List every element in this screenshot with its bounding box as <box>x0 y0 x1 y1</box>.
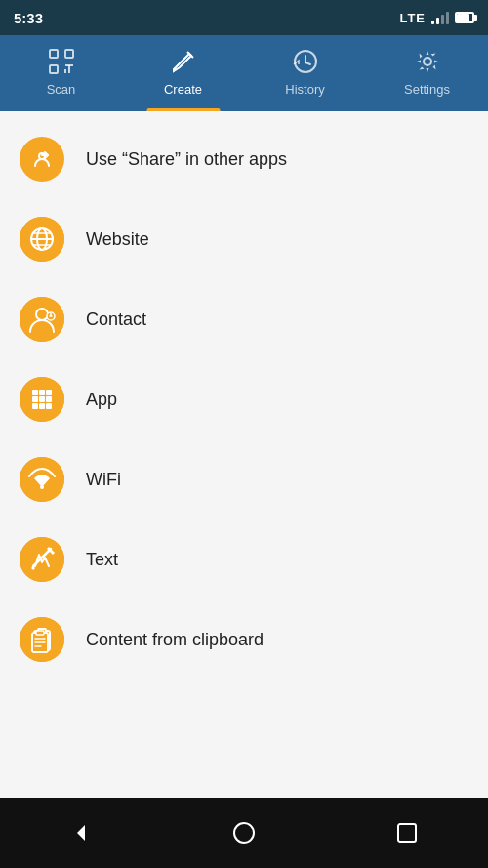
history-icon <box>291 47 320 76</box>
battery-icon <box>455 12 474 23</box>
share-label: Use “Share” in other apps <box>86 149 287 170</box>
list-item-app[interactable]: App <box>0 359 488 439</box>
tab-create[interactable]: Create <box>122 35 244 111</box>
svg-marker-48 <box>77 825 85 841</box>
website-label: Website <box>86 229 149 250</box>
create-icon <box>169 47 198 76</box>
bottom-nav <box>0 798 488 868</box>
clipboard-icon-wrap <box>20 617 64 662</box>
home-button[interactable] <box>224 813 264 852</box>
svg-rect-33 <box>39 403 45 409</box>
tab-scan[interactable]: Scan <box>0 35 122 111</box>
lte-icon: LTE <box>399 11 426 25</box>
tab-settings-label: Settings <box>404 82 450 97</box>
app-label: App <box>86 390 117 410</box>
svg-point-36 <box>40 485 44 489</box>
contact-label: Contact <box>86 310 146 330</box>
list-item-clipboard[interactable]: Content from clipboard <box>0 599 488 680</box>
tab-scan-label: Scan <box>47 82 76 97</box>
recents-button[interactable] <box>387 813 427 852</box>
status-bar: 5:33 LTE <box>0 0 488 35</box>
back-button[interactable] <box>61 813 101 852</box>
svg-point-37 <box>20 537 64 582</box>
list-item-website[interactable]: Website <box>0 199 488 279</box>
tab-create-label: Create <box>164 82 202 97</box>
svg-line-9 <box>305 62 310 64</box>
tab-bar: Scan Create History <box>0 35 488 111</box>
signal-icon <box>431 11 449 24</box>
svg-rect-31 <box>46 396 52 402</box>
time-display: 5:33 <box>14 10 43 26</box>
list-item-share[interactable]: Use “Share” in other apps <box>0 119 488 199</box>
svg-rect-50 <box>398 824 416 842</box>
main-content: Use “Share” in other apps Website <box>0 111 488 798</box>
wifi-label: WiFi <box>86 470 121 490</box>
scan-icon <box>47 47 76 76</box>
svg-rect-32 <box>32 403 38 409</box>
app-icon-wrap <box>20 377 64 422</box>
tab-settings[interactable]: Settings <box>366 35 488 111</box>
svg-rect-1 <box>65 50 73 58</box>
tab-history[interactable]: History <box>244 35 366 111</box>
svg-rect-26 <box>32 390 38 395</box>
website-icon-wrap <box>20 217 64 262</box>
svg-point-10 <box>424 58 431 65</box>
svg-point-49 <box>234 823 254 843</box>
svg-rect-30 <box>39 396 45 402</box>
svg-rect-34 <box>46 403 52 409</box>
contact-icon-wrap <box>20 297 64 342</box>
wifi-icon-wrap <box>20 457 64 502</box>
list-item-text[interactable]: Text <box>0 519 488 599</box>
svg-rect-27 <box>39 390 45 395</box>
clipboard-label: Content from clipboard <box>86 630 264 650</box>
svg-rect-29 <box>32 396 38 402</box>
status-icons: LTE <box>399 11 474 25</box>
share-icon-wrap <box>20 137 64 182</box>
text-label: Text <box>86 550 118 570</box>
tab-history-label: History <box>285 82 324 97</box>
svg-rect-2 <box>50 65 58 73</box>
list-item-wifi[interactable]: WiFi <box>0 439 488 519</box>
settings-icon <box>413 47 442 76</box>
svg-rect-0 <box>50 50 58 58</box>
svg-rect-28 <box>46 390 52 395</box>
list-item-contact[interactable]: Contact <box>0 279 488 359</box>
text-icon-wrap <box>20 537 64 582</box>
svg-rect-44 <box>36 631 44 635</box>
